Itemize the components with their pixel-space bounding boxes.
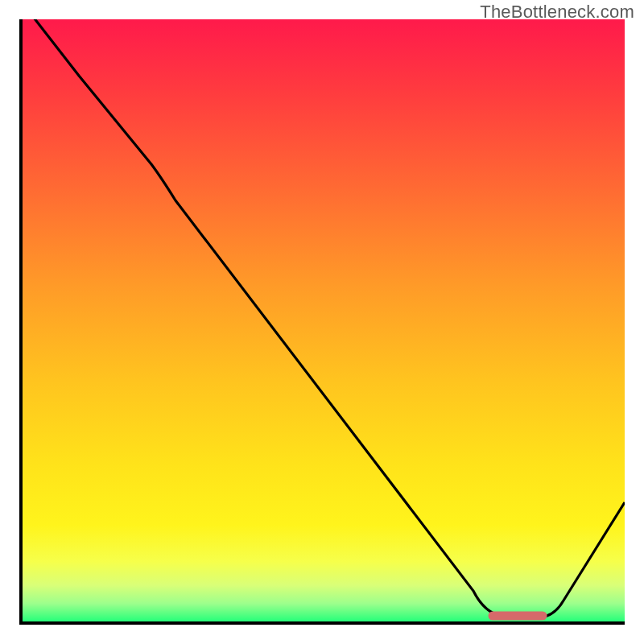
curve-layer	[23, 19, 625, 621]
plot-area	[23, 19, 625, 621]
bottleneck-curve	[23, 19, 625, 617]
chart-container: TheBottleneck.com	[0, 0, 644, 644]
